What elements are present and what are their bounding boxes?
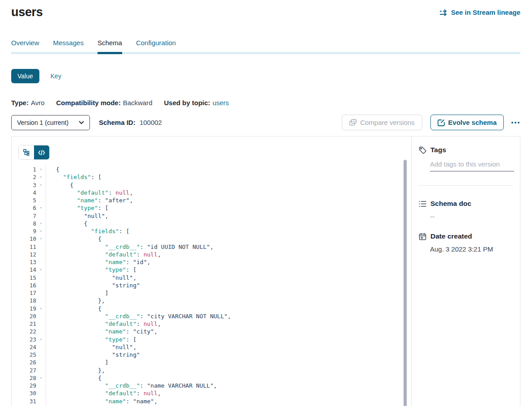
code-line: 30 "default": null, — [18, 389, 411, 397]
code-line: 6▾ "type": [ — [18, 204, 411, 212]
line-number: 5 — [18, 196, 36, 204]
code-line: 14▾ "type": [ — [18, 266, 411, 273]
line-number: 7 — [18, 212, 36, 220]
fold-spacer — [36, 397, 46, 405]
page-header: users See in Stream lineage — [11, 4, 520, 20]
code-text: "name": "name", — [46, 397, 411, 405]
tab-messages[interactable]: Messages — [53, 39, 84, 52]
code-text: { — [46, 220, 411, 227]
compare-versions-button[interactable]: Compare versions — [342, 115, 422, 130]
code-line: 10▾ { — [18, 235, 411, 243]
date-created-value: Aug. 3 2022 3:21 PM — [430, 245, 513, 253]
code-text: "__crdb__": "id UUID NOT NULL", — [46, 243, 411, 251]
code-text: "name": "after", — [46, 196, 411, 204]
tags-input[interactable] — [430, 160, 514, 171]
fold-spacer — [36, 258, 46, 266]
fold-toggle-icon[interactable]: ▾ — [36, 173, 46, 181]
code-text: "type": [ — [46, 405, 411, 406]
code-editor: 1▾{2▾ "fields": [3▾ {4 "default": null,5… — [18, 166, 411, 406]
code-line: 16 "string" — [18, 282, 411, 289]
code-line: 1▾{ — [18, 166, 411, 173]
code-text: "type": [ — [46, 266, 411, 273]
fold-spacer — [36, 289, 46, 297]
schema-doc-heading: Schema doc — [419, 200, 513, 208]
line-number: 23 — [18, 336, 36, 343]
fold-toggle-icon[interactable]: ▾ — [36, 227, 46, 235]
code-line: 29 "__crdb__": "name VARCHAR NULL", — [18, 382, 411, 389]
fold-spacer — [36, 328, 46, 335]
tree-view-button[interactable] — [19, 145, 34, 159]
fold-toggle-icon[interactable]: ▾ — [36, 235, 46, 243]
tab-configuration[interactable]: Configuration — [136, 39, 176, 52]
more-options-button[interactable] — [511, 119, 520, 126]
tags-heading: Tags — [419, 146, 513, 154]
fold-spacer — [36, 282, 46, 289]
topic-link[interactable]: users — [213, 99, 229, 107]
fold-spacer — [36, 343, 46, 351]
line-number: 21 — [18, 320, 36, 328]
schema-meta-row: Type: Avro Compatibility mode: Backward … — [11, 99, 520, 107]
schema-doc-value: -- — [430, 213, 513, 220]
line-number: 29 — [18, 382, 36, 389]
code-line: 15 "null", — [18, 274, 411, 282]
code-text: "default": null, — [46, 320, 411, 328]
schema-id: Schema ID: 100002 — [99, 119, 162, 126]
evolve-schema-button[interactable]: Evolve schema — [430, 115, 504, 130]
code-line: 3▾ { — [18, 181, 411, 189]
fold-spacer — [36, 212, 46, 220]
tag-icon — [419, 146, 426, 154]
schema-card: 1▾{2▾ "fields": [3▾ {4 "default": null,5… — [11, 136, 520, 406]
fold-toggle-icon[interactable]: ▾ — [36, 336, 46, 343]
code-line: 12 "default": null, — [18, 251, 411, 258]
fold-toggle-icon[interactable]: ▾ — [36, 266, 46, 273]
code-text: "__crdb__": "name VARCHAR NULL", — [46, 382, 411, 389]
fold-toggle-icon[interactable]: ▾ — [36, 374, 46, 382]
line-number: 1 — [18, 166, 36, 173]
used-by-topic-meta: Used by topic: users — [164, 99, 229, 107]
code-text: "fields": [ — [46, 227, 411, 235]
code-text: }, — [46, 297, 411, 304]
fold-toggle-icon[interactable]: ▾ — [36, 204, 46, 212]
code-line: 26 ] — [18, 359, 411, 366]
see-in-stream-lineage-link[interactable]: See in Stream lineage — [439, 9, 520, 16]
code-scrollbar[interactable] — [404, 160, 407, 406]
value-toggle-button[interactable]: Value — [11, 69, 39, 83]
fold-spacer — [36, 297, 46, 304]
code-line: 22 "name": "city", — [18, 328, 411, 335]
fold-spacer — [36, 320, 46, 328]
tree-view-icon — [23, 149, 30, 156]
value-key-toggle: Value Key — [11, 69, 520, 83]
date-created-heading: Date created — [419, 232, 513, 240]
fold-toggle-icon[interactable]: ▾ — [36, 405, 46, 406]
fold-toggle-icon[interactable]: ▾ — [36, 166, 46, 173]
code-view-button[interactable] — [34, 145, 49, 159]
fold-spacer — [36, 196, 46, 204]
edit-icon — [438, 119, 445, 126]
line-number: 20 — [18, 312, 36, 320]
fold-toggle-icon[interactable]: ▾ — [36, 305, 46, 312]
code-view-icon — [38, 150, 45, 155]
line-number: 9 — [18, 227, 36, 235]
code-line: 11 "__crdb__": "id UUID NOT NULL", — [18, 243, 411, 251]
line-number: 27 — [18, 367, 36, 374]
line-number: 14 — [18, 266, 36, 273]
list-icon — [419, 201, 426, 207]
code-line: 18 }, — [18, 297, 411, 304]
line-number: 19 — [18, 305, 36, 312]
code-text: }, — [46, 367, 411, 374]
code-line: 17 ] — [18, 289, 411, 297]
tab-overview[interactable]: Overview — [11, 39, 39, 52]
fold-toggle-icon[interactable]: ▾ — [36, 220, 46, 227]
version-select[interactable]: Version 1 (current) — [11, 115, 90, 130]
key-toggle-button[interactable]: Key — [51, 73, 61, 80]
fold-toggle-icon[interactable]: ▾ — [36, 181, 46, 189]
code-text: { — [46, 374, 411, 382]
line-number: 11 — [18, 243, 36, 251]
tab-schema[interactable]: Schema — [98, 39, 122, 52]
line-number: 4 — [18, 189, 36, 196]
fold-spacer — [36, 367, 46, 374]
code-line: 20 "__crdb__": "city VARCHAR NOT NULL", — [18, 312, 411, 320]
line-number: 18 — [18, 297, 36, 304]
code-text: "null", — [46, 343, 411, 351]
code-text: ] — [46, 289, 411, 297]
